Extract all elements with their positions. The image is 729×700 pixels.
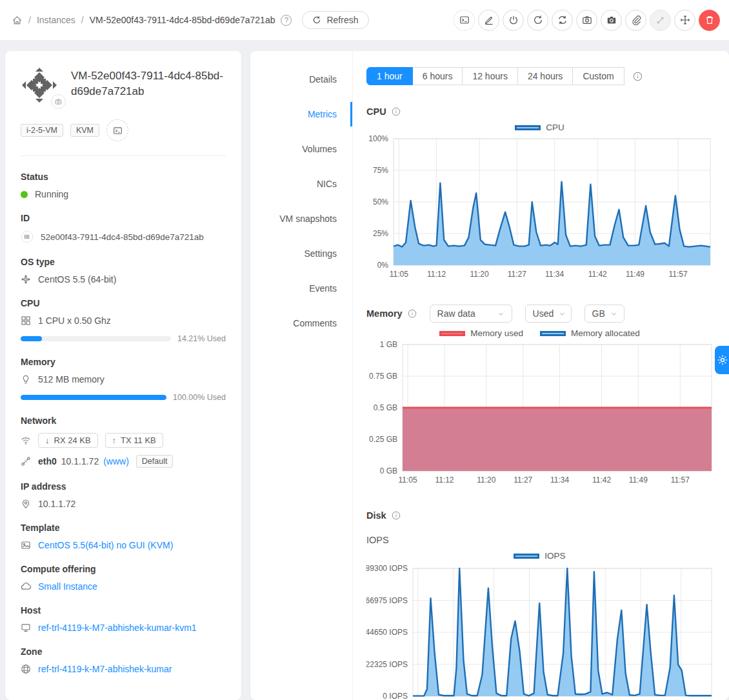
os-type-section: OS type CentOS 5.5 (64-bit) [21,257,226,285]
tab-nics[interactable]: NICs [250,166,352,201]
breadcrumb-instances[interactable]: Instances [37,15,75,25]
api-link-icon [21,456,31,466]
memory-chart: 0 GB0.25 GB0.5 GB0.75 GB1 GB11:0511:1211… [366,339,713,489]
metrics-content: 1 hour 6 hours 12 hours 24 hours Custom … [366,67,713,700]
svg-text:66975 IOPS: 66975 IOPS [366,596,408,605]
settings-fab[interactable] [715,346,729,374]
attach-iso-button[interactable] [625,10,646,31]
cpu-chart-title: CPU [366,106,386,117]
svg-text:11:42: 11:42 [592,475,611,485]
location-pin-icon [21,499,31,509]
paperclip-icon [631,15,641,25]
time-custom[interactable]: Custom [572,67,624,85]
host-link[interactable]: ref-trl-4119-k-M7-abhishek-kumar-kvm1 [38,623,197,633]
ip-section: IP address 10.1.1.72 [21,481,226,509]
cpu-info-icon[interactable] [392,107,401,116]
breadcrumb-vm-name: VM-52e00f43-7911-4dc4-85bd-d69de7a721ab [90,15,275,25]
svg-text:0.75 GB: 0.75 GB [369,372,397,381]
iops-subtitle: IOPS [366,535,713,545]
vm-snapshot-button[interactable] [601,10,622,31]
os-logo [21,66,61,106]
change-icon-badge[interactable] [51,94,66,109]
disk-info-icon[interactable] [392,511,401,520]
bulb-icon [21,374,31,385]
tab-comments[interactable]: Comments [250,306,352,341]
tab-metrics[interactable]: Metrics [250,97,352,132]
trash-icon [704,15,715,25]
snapshot-button[interactable] [576,10,597,31]
refresh-button[interactable]: Refresh [302,11,368,29]
tab-vm-snapshots[interactable]: VM snapshots [250,201,352,236]
tab-settings[interactable]: Settings [250,236,352,271]
host-section: Host ref-trl-4119-k-M7-abhishek-kumar-kv… [21,605,226,633]
tab-volumes[interactable]: Volumes [250,132,352,166]
time-24-hours[interactable]: 24 hours [517,67,573,85]
zone-link[interactable]: ref-trl-4119-k-M7-abhishek-kumar [38,664,172,674]
chevron-down-icon [497,310,504,317]
memory-used-select[interactable]: Used [525,305,572,323]
barcode-icon [21,230,34,243]
zone-section: Zone ref-trl-4119-k-M7-abhishek-kumar [21,646,226,674]
template-section: Template CentOS 5.5(64-bit) no GUI (KVM) [21,523,226,550]
chevron-down-icon [610,310,617,317]
stop-button[interactable] [503,10,524,31]
memory-unit-select[interactable]: GB [584,305,624,323]
time-12-hours[interactable]: 12 hours [462,67,517,85]
time-range-info-icon[interactable] [633,72,643,81]
hypervisor-tag: KVM [70,124,99,137]
memory-section: Memory 512 MB memory 100.00% Used [21,357,226,402]
tab-events[interactable]: Events [250,271,352,306]
svg-text:11:05: 11:05 [390,270,408,279]
expand-arrows-icon [655,15,665,25]
svg-text:1 GB: 1 GB [380,340,397,349]
instance-detail-panel: Details Metrics Volumes NICs VM snapshot… [250,51,729,700]
internal-name-tag: i-2-5-VM [21,124,63,137]
time-6-hours[interactable]: 6 hours [412,67,463,85]
os-type-value: CentOS 5.5 (64-bit) [38,274,116,285]
instance-info-panel: VM-52e00f43-7911-4dc4-85bd-d69de7a721ab … [5,51,241,700]
svg-text:50%: 50% [373,197,388,206]
status-section: Status Running [21,172,226,199]
vertical-tabs: Details Metrics Volumes NICs VM snapshot… [250,62,352,341]
edit-button[interactable] [478,10,499,31]
reboot-button[interactable] [527,10,548,31]
nic-network-link[interactable]: (www) [103,456,129,466]
svg-text:100%: 100% [368,134,388,143]
svg-text:11:12: 11:12 [427,270,446,279]
svg-text:75%: 75% [373,166,388,175]
help-icon[interactable]: ? [281,15,292,26]
iops-legend: IOPS [366,551,713,561]
open-console-button[interactable] [106,119,128,141]
migrate-button[interactable] [674,10,695,31]
destroy-button[interactable] [699,10,720,31]
console-button[interactable] [454,10,475,31]
tab-details[interactable]: Details [250,62,352,97]
time-1-hour[interactable]: 1 hour [366,67,413,85]
offering-link[interactable]: Small Instance [38,581,97,592]
svg-text:0%: 0% [377,261,389,270]
nic-ip: 10.1.1.72 [61,456,99,466]
svg-text:11:57: 11:57 [668,270,687,279]
tx-button[interactable]: ↑TX 11 KB [105,433,163,448]
home-icon[interactable] [12,15,23,26]
svg-text:11:42: 11:42 [588,270,607,279]
camera-icon [582,15,592,25]
pencil-icon [484,15,494,25]
memory-used-label: 100.00% Used [173,393,226,402]
disk-title: Disk [366,510,386,521]
arrow-down-icon: ↓ [45,435,50,445]
svg-text:44650 IOPS: 44650 IOPS [366,628,408,637]
svg-text:11:27: 11:27 [514,475,532,485]
iops-chart: 0 IOPS22325 IOPS44650 IOPS66975 IOPS8930… [366,562,713,700]
nic-default-tag: Default [136,455,174,468]
action-toolbar [454,10,720,31]
camera-filled-icon [606,15,617,25]
memory-info-icon[interactable] [408,309,417,318]
wifi-icon [21,435,31,446]
memory-data-select[interactable]: Raw data [430,305,512,323]
vm-id-value: 52e00f43-7911-4dc4-85bd-d69de7a721ab [41,232,204,242]
template-link[interactable]: CentOS 5.5(64-bit) no GUI (KVM) [38,540,173,550]
reboot-icon [533,15,543,25]
rx-button[interactable]: ↓RX 24 KB [38,433,98,448]
reinstall-button[interactable] [552,10,573,31]
